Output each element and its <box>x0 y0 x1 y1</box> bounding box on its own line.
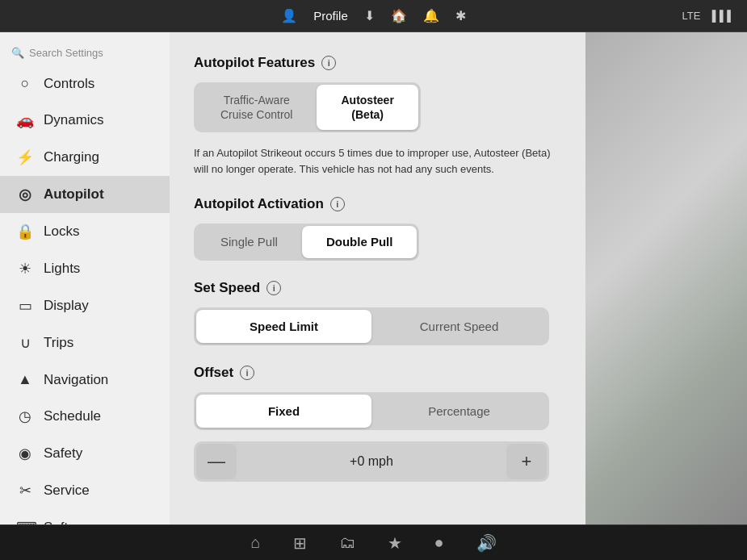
taskbar-finder-icon[interactable]: 🗂 <box>339 533 355 552</box>
right-panel <box>585 32 747 524</box>
signal-icon: ▐▐▐ <box>708 10 731 22</box>
home-icon: 🏠 <box>391 8 407 23</box>
search-label[interactable]: Search Settings <box>29 47 103 59</box>
offset-info-icon[interactable]: i <box>240 366 254 380</box>
offset-value: +0 mph <box>237 454 506 469</box>
tacc-option[interactable]: Traffic-Aware Cruise Control <box>196 85 317 130</box>
sidebar-item-software[interactable]: ⌨ Software <box>0 509 170 524</box>
sidebar-item-controls[interactable]: ○ Controls <box>0 65 170 102</box>
autopilot-activation-section: Autopilot Activation i Single Pull Doubl… <box>194 196 561 261</box>
set-speed-title: Set Speed <box>194 280 260 296</box>
double-pull-option[interactable]: Double Pull <box>302 226 418 258</box>
content-area: Autopilot Features i Traffic-Aware Cruis… <box>170 32 585 524</box>
sidebar-item-navigation[interactable]: ▲ Navigation <box>0 361 170 398</box>
dynamics-label: Dynamics <box>44 112 104 128</box>
display-label: Display <box>44 298 89 314</box>
lights-icon: ☀ <box>16 260 34 278</box>
taskbar-dot-icon[interactable]: ● <box>434 533 444 552</box>
sidebar-item-locks[interactable]: 🔒 Locks <box>0 213 170 250</box>
schedule-label: Schedule <box>44 408 101 424</box>
top-bar: 👤 Profile ⬇ 🏠 🔔 ✱ LTE ▐▐▐ <box>0 0 747 32</box>
offset-stepper: — +0 mph + <box>194 441 549 482</box>
safety-icon: ◉ <box>16 445 34 462</box>
autopilot-activation-header: Autopilot Activation i <box>194 196 561 212</box>
offset-section: Offset i Fixed Percentage — +0 mph + <box>194 365 561 482</box>
autosteer-option[interactable]: Autosteer (Beta) <box>317 85 418 130</box>
offset-toggle-group: Fixed Percentage <box>194 392 549 430</box>
search-icon: 🔍 <box>11 47 24 59</box>
autopilot-features-title: Autopilot Features <box>194 55 315 71</box>
autopilot-activation-title: Autopilot Activation <box>194 196 324 212</box>
download-icon: ⬇ <box>364 8 375 23</box>
sidebar-item-lights[interactable]: ☀ Lights <box>0 250 170 287</box>
single-pull-option[interactable]: Single Pull <box>196 226 302 258</box>
service-label: Service <box>44 483 90 499</box>
lte-label: LTE <box>682 10 700 22</box>
feature-toggle-group: Traffic-Aware Cruise Control Autosteer (… <box>194 82 421 132</box>
current-speed-option[interactable]: Current Speed <box>371 310 547 343</box>
schedule-icon: ◷ <box>16 407 34 425</box>
taskbar-volume-icon[interactable]: 🔊 <box>476 533 497 553</box>
taskbar: ⌂ ⊞ 🗂 ★ ● 🔊 <box>0 524 747 560</box>
taskbar-star-icon[interactable]: ★ <box>388 533 402 553</box>
autopilot-label: Autopilot <box>44 186 104 203</box>
autopilot-activation-info-icon[interactable]: i <box>330 197 345 211</box>
offset-title: Offset <box>194 365 233 381</box>
sidebar-item-safety[interactable]: ◉ Safety <box>0 435 170 472</box>
sidebar-item-autopilot[interactable]: ◎ Autopilot <box>0 176 170 213</box>
person-icon: 👤 <box>281 8 297 23</box>
sidebar-item-trips[interactable]: ∪ Trips <box>0 324 170 361</box>
search-area[interactable]: 🔍 Search Settings <box>0 40 170 65</box>
autopilot-features-header: Autopilot Features i <box>194 55 561 71</box>
trips-label: Trips <box>44 335 73 351</box>
locks-label: Locks <box>44 224 79 240</box>
sidebar: 🔍 Search Settings ○ Controls 🚗 Dynamics … <box>0 32 170 524</box>
stepper-minus-button[interactable]: — <box>196 444 237 479</box>
display-icon: ▭ <box>16 297 34 315</box>
autopilot-features-section: Autopilot Features i Traffic-Aware Cruis… <box>194 55 561 177</box>
charging-icon: ⚡ <box>16 148 34 166</box>
signal-area: LTE ▐▐▐ <box>682 10 731 22</box>
speed-toggle-group: Speed Limit Current Speed <box>194 307 549 345</box>
autopilot-features-info-icon[interactable]: i <box>321 56 336 70</box>
profile-label[interactable]: Profile <box>313 9 348 23</box>
set-speed-header: Set Speed i <box>194 280 561 296</box>
car-window-view <box>585 32 747 524</box>
fixed-option[interactable]: Fixed <box>196 395 371 428</box>
lights-label: Lights <box>44 261 80 277</box>
set-speed-info-icon[interactable]: i <box>266 281 281 295</box>
sidebar-item-schedule[interactable]: ◷ Schedule <box>0 398 170 435</box>
percentage-option[interactable]: Percentage <box>371 395 547 428</box>
top-bar-center: 👤 Profile ⬇ 🏠 🔔 ✱ LTE ▐▐▐ <box>281 8 466 23</box>
sidebar-item-charging[interactable]: ⚡ Charging <box>0 139 170 176</box>
set-speed-section: Set Speed i Speed Limit Current Speed <box>194 280 561 345</box>
speed-limit-option[interactable]: Speed Limit <box>196 310 371 343</box>
main-layout: 🔍 Search Settings ○ Controls 🚗 Dynamics … <box>0 32 747 524</box>
software-icon: ⌨ <box>16 519 34 524</box>
charging-label: Charging <box>44 149 99 165</box>
offset-header: Offset i <box>194 365 561 381</box>
navigation-label: Navigation <box>44 372 108 388</box>
activation-toggle-group: Single Pull Double Pull <box>194 224 419 261</box>
controls-label: Controls <box>44 76 94 92</box>
autopilot-icon: ◎ <box>16 186 34 203</box>
bluetooth-icon: ✱ <box>455 8 466 23</box>
safety-label: Safety <box>44 445 82 462</box>
stepper-plus-button[interactable]: + <box>506 444 547 479</box>
locks-icon: 🔒 <box>16 223 34 240</box>
taskbar-apps-icon[interactable]: ⊞ <box>293 533 307 553</box>
sidebar-item-display[interactable]: ▭ Display <box>0 287 170 324</box>
controls-icon: ○ <box>16 75 34 92</box>
bell-icon: 🔔 <box>423 8 439 23</box>
dynamics-icon: 🚗 <box>16 111 34 129</box>
sidebar-item-dynamics[interactable]: 🚗 Dynamics <box>0 102 170 139</box>
navigation-icon: ▲ <box>16 371 34 388</box>
trips-icon: ∪ <box>16 334 34 352</box>
taskbar-home-icon[interactable]: ⌂ <box>250 533 260 552</box>
service-icon: ✂ <box>16 482 34 499</box>
sidebar-item-service[interactable]: ✂ Service <box>0 472 170 509</box>
autopilot-warning-text: If an Autopilot Strikeout occurs 5 times… <box>194 145 557 177</box>
